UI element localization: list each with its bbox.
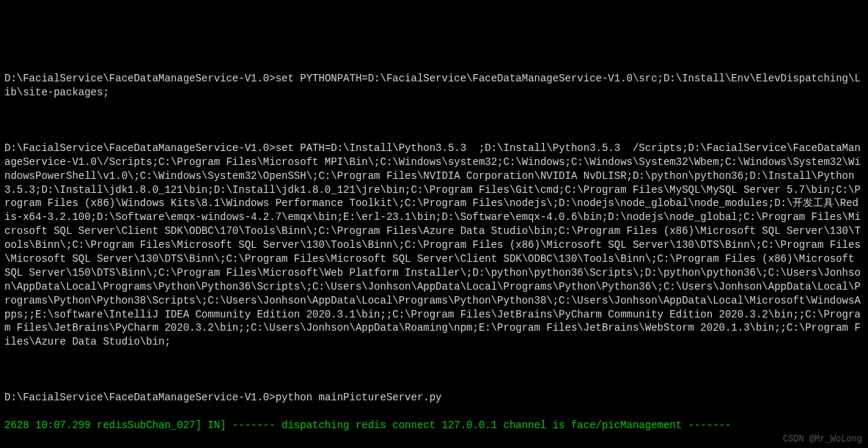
watermark: CSDN @Mr_WoLong	[783, 433, 862, 445]
terminal-output[interactable]: D:\FacialService\FaceDataManageService-V…	[4, 59, 864, 448]
blank-line-1	[4, 114, 864, 128]
command-2: set PATH=D:\Install\Python3.5.3 ;D:\Inst…	[4, 142, 861, 348]
prompt-1: D:\FacialService\FaceDataManageService-V…	[4, 73, 276, 84]
prompt-2: D:\FacialService\FaceDataManageService-V…	[4, 142, 276, 154]
command-3: python mainPictureServer.py	[276, 392, 442, 403]
blank-line-2	[4, 363, 864, 377]
prompt-3: D:\FacialService\FaceDataManageService-V…	[4, 392, 276, 403]
log-redis-connect: 2628 10:07.299 redisSubChan_027] IN] ---…	[4, 419, 864, 433]
